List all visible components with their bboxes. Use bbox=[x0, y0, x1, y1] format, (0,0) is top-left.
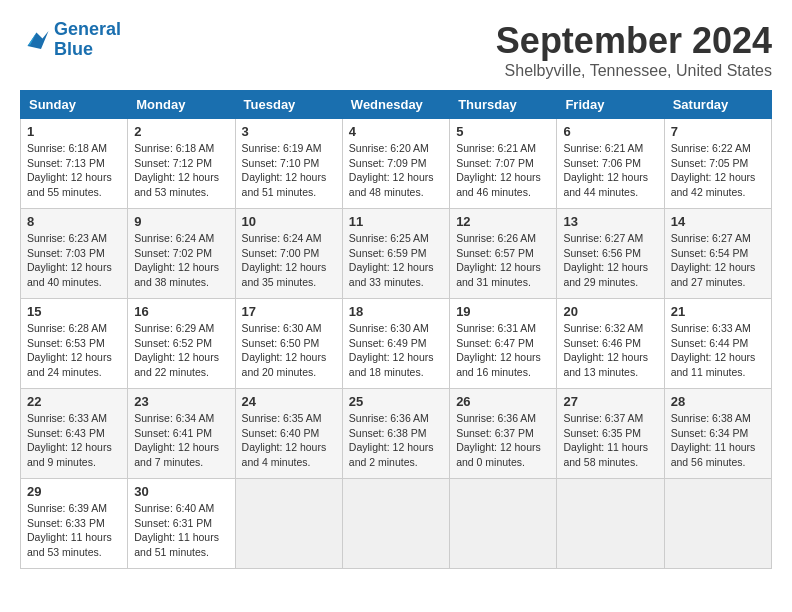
calendar-header-row: SundayMondayTuesdayWednesdayThursdayFrid… bbox=[21, 91, 772, 119]
calendar-cell: 27 Sunrise: 6:37 AMSunset: 6:35 PMDaylig… bbox=[557, 389, 664, 479]
cell-info: Sunrise: 6:18 AMSunset: 7:12 PMDaylight:… bbox=[134, 141, 228, 200]
calendar-cell: 19 Sunrise: 6:31 AMSunset: 6:47 PMDaylig… bbox=[450, 299, 557, 389]
calendar-cell: 13 Sunrise: 6:27 AMSunset: 6:56 PMDaylig… bbox=[557, 209, 664, 299]
calendar-cell bbox=[342, 479, 449, 569]
day-number: 29 bbox=[27, 484, 121, 499]
calendar-cell: 23 Sunrise: 6:34 AMSunset: 6:41 PMDaylig… bbox=[128, 389, 235, 479]
logo-general: General bbox=[54, 19, 121, 39]
cell-info: Sunrise: 6:30 AMSunset: 6:50 PMDaylight:… bbox=[242, 321, 336, 380]
day-number: 28 bbox=[671, 394, 765, 409]
cell-info: Sunrise: 6:30 AMSunset: 6:49 PMDaylight:… bbox=[349, 321, 443, 380]
day-number: 21 bbox=[671, 304, 765, 319]
calendar-header-friday: Friday bbox=[557, 91, 664, 119]
cell-info: Sunrise: 6:23 AMSunset: 7:03 PMDaylight:… bbox=[27, 231, 121, 290]
day-number: 19 bbox=[456, 304, 550, 319]
calendar-week-row: 22 Sunrise: 6:33 AMSunset: 6:43 PMDaylig… bbox=[21, 389, 772, 479]
logo: General Blue bbox=[20, 20, 121, 60]
calendar-cell: 14 Sunrise: 6:27 AMSunset: 6:54 PMDaylig… bbox=[664, 209, 771, 299]
cell-info: Sunrise: 6:21 AMSunset: 7:06 PMDaylight:… bbox=[563, 141, 657, 200]
day-number: 1 bbox=[27, 124, 121, 139]
logo-blue: Blue bbox=[54, 39, 93, 59]
cell-info: Sunrise: 6:33 AMSunset: 6:44 PMDaylight:… bbox=[671, 321, 765, 380]
cell-info: Sunrise: 6:19 AMSunset: 7:10 PMDaylight:… bbox=[242, 141, 336, 200]
day-number: 16 bbox=[134, 304, 228, 319]
day-number: 22 bbox=[27, 394, 121, 409]
day-number: 11 bbox=[349, 214, 443, 229]
cell-info: Sunrise: 6:34 AMSunset: 6:41 PMDaylight:… bbox=[134, 411, 228, 470]
calendar-header-wednesday: Wednesday bbox=[342, 91, 449, 119]
cell-info: Sunrise: 6:32 AMSunset: 6:46 PMDaylight:… bbox=[563, 321, 657, 380]
calendar-cell: 21 Sunrise: 6:33 AMSunset: 6:44 PMDaylig… bbox=[664, 299, 771, 389]
cell-info: Sunrise: 6:24 AMSunset: 7:00 PMDaylight:… bbox=[242, 231, 336, 290]
calendar-cell: 5 Sunrise: 6:21 AMSunset: 7:07 PMDayligh… bbox=[450, 119, 557, 209]
header: General Blue September 2024 Shelbyville,… bbox=[20, 20, 772, 80]
day-number: 27 bbox=[563, 394, 657, 409]
day-number: 9 bbox=[134, 214, 228, 229]
month-title: September 2024 bbox=[496, 20, 772, 62]
cell-info: Sunrise: 6:22 AMSunset: 7:05 PMDaylight:… bbox=[671, 141, 765, 200]
calendar-table: SundayMondayTuesdayWednesdayThursdayFrid… bbox=[20, 90, 772, 569]
calendar-cell: 17 Sunrise: 6:30 AMSunset: 6:50 PMDaylig… bbox=[235, 299, 342, 389]
day-number: 26 bbox=[456, 394, 550, 409]
logo-text: General Blue bbox=[54, 20, 121, 60]
day-number: 24 bbox=[242, 394, 336, 409]
day-number: 23 bbox=[134, 394, 228, 409]
calendar-cell: 28 Sunrise: 6:38 AMSunset: 6:34 PMDaylig… bbox=[664, 389, 771, 479]
day-number: 25 bbox=[349, 394, 443, 409]
day-number: 3 bbox=[242, 124, 336, 139]
cell-info: Sunrise: 6:18 AMSunset: 7:13 PMDaylight:… bbox=[27, 141, 121, 200]
calendar-cell bbox=[664, 479, 771, 569]
cell-info: Sunrise: 6:36 AMSunset: 6:37 PMDaylight:… bbox=[456, 411, 550, 470]
logo-icon bbox=[20, 25, 50, 55]
calendar-header-tuesday: Tuesday bbox=[235, 91, 342, 119]
cell-info: Sunrise: 6:38 AMSunset: 6:34 PMDaylight:… bbox=[671, 411, 765, 470]
calendar-cell: 25 Sunrise: 6:36 AMSunset: 6:38 PMDaylig… bbox=[342, 389, 449, 479]
calendar-cell: 16 Sunrise: 6:29 AMSunset: 6:52 PMDaylig… bbox=[128, 299, 235, 389]
cell-info: Sunrise: 6:26 AMSunset: 6:57 PMDaylight:… bbox=[456, 231, 550, 290]
day-number: 4 bbox=[349, 124, 443, 139]
calendar-cell bbox=[557, 479, 664, 569]
calendar-cell: 12 Sunrise: 6:26 AMSunset: 6:57 PMDaylig… bbox=[450, 209, 557, 299]
calendar-cell: 10 Sunrise: 6:24 AMSunset: 7:00 PMDaylig… bbox=[235, 209, 342, 299]
calendar-header-monday: Monday bbox=[128, 91, 235, 119]
calendar-cell bbox=[235, 479, 342, 569]
cell-info: Sunrise: 6:24 AMSunset: 7:02 PMDaylight:… bbox=[134, 231, 228, 290]
calendar-cell: 24 Sunrise: 6:35 AMSunset: 6:40 PMDaylig… bbox=[235, 389, 342, 479]
day-number: 18 bbox=[349, 304, 443, 319]
calendar-header-thursday: Thursday bbox=[450, 91, 557, 119]
calendar-week-row: 1 Sunrise: 6:18 AMSunset: 7:13 PMDayligh… bbox=[21, 119, 772, 209]
day-number: 7 bbox=[671, 124, 765, 139]
cell-info: Sunrise: 6:35 AMSunset: 6:40 PMDaylight:… bbox=[242, 411, 336, 470]
calendar-cell: 11 Sunrise: 6:25 AMSunset: 6:59 PMDaylig… bbox=[342, 209, 449, 299]
calendar-cell: 18 Sunrise: 6:30 AMSunset: 6:49 PMDaylig… bbox=[342, 299, 449, 389]
calendar-cell: 6 Sunrise: 6:21 AMSunset: 7:06 PMDayligh… bbox=[557, 119, 664, 209]
cell-info: Sunrise: 6:39 AMSunset: 6:33 PMDaylight:… bbox=[27, 501, 121, 560]
day-number: 12 bbox=[456, 214, 550, 229]
cell-info: Sunrise: 6:40 AMSunset: 6:31 PMDaylight:… bbox=[134, 501, 228, 560]
cell-info: Sunrise: 6:20 AMSunset: 7:09 PMDaylight:… bbox=[349, 141, 443, 200]
calendar-header-saturday: Saturday bbox=[664, 91, 771, 119]
cell-info: Sunrise: 6:25 AMSunset: 6:59 PMDaylight:… bbox=[349, 231, 443, 290]
calendar-cell: 9 Sunrise: 6:24 AMSunset: 7:02 PMDayligh… bbox=[128, 209, 235, 299]
calendar-cell: 1 Sunrise: 6:18 AMSunset: 7:13 PMDayligh… bbox=[21, 119, 128, 209]
location: Shelbyville, Tennessee, United States bbox=[496, 62, 772, 80]
calendar-header-sunday: Sunday bbox=[21, 91, 128, 119]
calendar-cell: 7 Sunrise: 6:22 AMSunset: 7:05 PMDayligh… bbox=[664, 119, 771, 209]
day-number: 20 bbox=[563, 304, 657, 319]
cell-info: Sunrise: 6:29 AMSunset: 6:52 PMDaylight:… bbox=[134, 321, 228, 380]
cell-info: Sunrise: 6:28 AMSunset: 6:53 PMDaylight:… bbox=[27, 321, 121, 380]
cell-info: Sunrise: 6:27 AMSunset: 6:56 PMDaylight:… bbox=[563, 231, 657, 290]
day-number: 15 bbox=[27, 304, 121, 319]
cell-info: Sunrise: 6:36 AMSunset: 6:38 PMDaylight:… bbox=[349, 411, 443, 470]
day-number: 2 bbox=[134, 124, 228, 139]
title-area: September 2024 Shelbyville, Tennessee, U… bbox=[496, 20, 772, 80]
cell-info: Sunrise: 6:31 AMSunset: 6:47 PMDaylight:… bbox=[456, 321, 550, 380]
calendar-week-row: 8 Sunrise: 6:23 AMSunset: 7:03 PMDayligh… bbox=[21, 209, 772, 299]
day-number: 6 bbox=[563, 124, 657, 139]
cell-info: Sunrise: 6:37 AMSunset: 6:35 PMDaylight:… bbox=[563, 411, 657, 470]
calendar-cell bbox=[450, 479, 557, 569]
svg-marker-0 bbox=[28, 31, 49, 49]
day-number: 5 bbox=[456, 124, 550, 139]
calendar-cell: 30 Sunrise: 6:40 AMSunset: 6:31 PMDaylig… bbox=[128, 479, 235, 569]
calendar-cell: 22 Sunrise: 6:33 AMSunset: 6:43 PMDaylig… bbox=[21, 389, 128, 479]
